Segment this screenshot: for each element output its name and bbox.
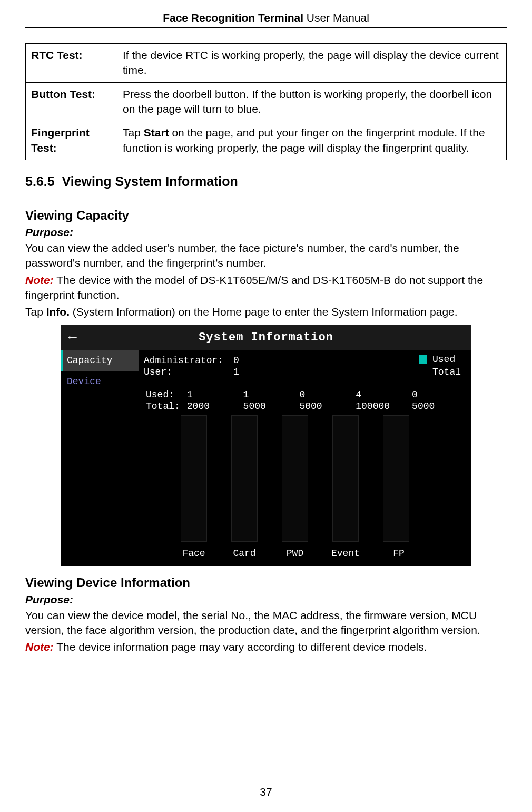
section-title: Viewing System Information bbox=[62, 174, 238, 189]
test-label: Fingerprint Test: bbox=[26, 121, 117, 160]
test-desc: Press the doorbell button. If the button… bbox=[117, 82, 507, 121]
legend-total: Total bbox=[419, 367, 461, 377]
purpose-body: You can view the added user's number, th… bbox=[25, 241, 507, 271]
device-note-body: The device information page may vary acc… bbox=[54, 641, 427, 653]
note-line: Note: The device with the model of DS-K1… bbox=[25, 273, 507, 303]
header-title-rest: User Manual bbox=[303, 12, 369, 24]
screenshot-title: System Information bbox=[89, 331, 443, 344]
screenshot-main: Used Total Administrator:0 User:1 Used: … bbox=[139, 350, 471, 566]
cat-pwd: PWD bbox=[282, 548, 308, 559]
device-note-line: Note: The device information page may va… bbox=[25, 640, 507, 654]
legend: Used Total bbox=[419, 354, 461, 379]
capacity-table: Used: 1 1 0 4 0 Total: 2000 5000 bbox=[144, 389, 466, 412]
total-label: Total: bbox=[144, 400, 185, 412]
purpose-label-2: Purpose: bbox=[25, 593, 507, 606]
section-heading: 5.6.5 Viewing System Information bbox=[25, 174, 507, 189]
test-label: RTC Test: bbox=[26, 44, 117, 83]
cat-event: Event bbox=[330, 548, 361, 559]
bar-pwd bbox=[282, 415, 308, 542]
system-info-screenshot: ← System Information Capacity Device Use… bbox=[61, 325, 471, 566]
used-label: Used: bbox=[144, 389, 185, 400]
note-lead: Note: bbox=[25, 274, 54, 286]
bar-card bbox=[231, 415, 258, 542]
note-body: The device with the model of DS-K1T605E/… bbox=[25, 274, 483, 301]
viewing-device-info-heading: Viewing Device Information bbox=[25, 575, 507, 590]
cat-face: Face bbox=[181, 548, 207, 559]
bar-event bbox=[332, 415, 359, 542]
note-lead-2: Note: bbox=[25, 641, 54, 653]
viewing-capacity-heading: Viewing Capacity bbox=[25, 208, 507, 223]
table-row: Button Test: Press the doorbell button. … bbox=[26, 82, 507, 121]
total-row: Total: 2000 5000 5000 100000 5000 bbox=[144, 400, 466, 412]
chart-categories: Face Card PWD Event FP bbox=[144, 548, 466, 559]
table-row: RTC Test: If the device RTC is working p… bbox=[26, 44, 507, 83]
cat-fp: FP bbox=[386, 548, 412, 559]
test-label: Button Test: bbox=[26, 82, 117, 121]
device-purpose-body: You can view the device model, the seria… bbox=[25, 608, 507, 638]
test-desc: If the device RTC is working properly, t… bbox=[117, 44, 507, 83]
start-strong: Start bbox=[144, 126, 169, 139]
cat-card: Card bbox=[231, 548, 258, 559]
kv-user: User:1 bbox=[144, 367, 466, 377]
page-header: Face Recognition Terminal User Manual bbox=[25, 0, 507, 24]
kv-admin: Administrator:0 bbox=[144, 355, 466, 366]
tab-capacity[interactable]: Capacity bbox=[61, 350, 139, 371]
test-desc: Tap Start on the page, and put your fing… bbox=[117, 121, 507, 160]
used-row: Used: 1 1 0 4 0 bbox=[144, 389, 466, 400]
header-title-bold: Face Recognition Terminal bbox=[163, 12, 303, 24]
info-strong: Info. bbox=[46, 306, 70, 318]
capacity-bar-chart bbox=[144, 415, 466, 542]
instruction-line: Tap Info. (System Information) on the Ho… bbox=[25, 305, 507, 319]
table-row: Fingerprint Test: Tap Start on the page,… bbox=[26, 121, 507, 160]
tests-table: RTC Test: If the device RTC is working p… bbox=[25, 43, 507, 160]
screenshot-sidebar: Capacity Device bbox=[61, 350, 139, 566]
page-number: 37 bbox=[0, 786, 532, 798]
section-number: 5.6.5 bbox=[25, 174, 55, 189]
tab-device[interactable]: Device bbox=[61, 371, 139, 392]
purpose-label: Purpose: bbox=[25, 226, 507, 239]
bar-fp bbox=[383, 415, 409, 542]
legend-used: Used bbox=[419, 354, 461, 365]
legend-swatch-icon bbox=[419, 355, 427, 364]
screenshot-titlebar: ← System Information bbox=[61, 325, 471, 350]
back-arrow-icon[interactable]: ← bbox=[68, 329, 89, 346]
bar-face bbox=[181, 415, 207, 542]
